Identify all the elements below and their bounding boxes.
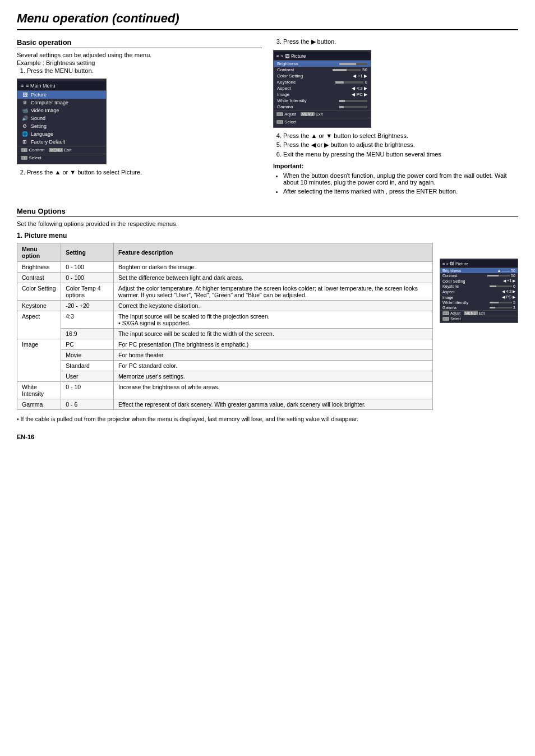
menu-item-factory-label: Factory Default — [31, 139, 65, 145]
basic-operation-heading: Basic operation — [17, 38, 262, 48]
col-setting: Setting — [61, 243, 114, 262]
side-pic-header: ≡ > 🖼 Picture — [440, 260, 518, 268]
menu-item-video-label: Video Image — [31, 108, 59, 113]
keystone-slider — [335, 81, 363, 84]
left-column: Basic operation Several settings can be … — [17, 38, 262, 197]
select-label: Select — [29, 155, 41, 160]
table-row: 16:9 The input source will be scaled to … — [17, 329, 433, 339]
setting-contrast: 0 - 100 — [61, 273, 114, 283]
step-1: Press the MENU button. — [27, 67, 262, 74]
spic-keystone-slider — [490, 285, 512, 287]
picture-menu-footer2: □□ Select — [274, 118, 371, 126]
menu-item-computer-label: Computer Image — [31, 100, 68, 105]
menu-item-factory: ⊞ Factory Default — [17, 138, 106, 146]
whiteintensity-value — [339, 100, 367, 102]
option-brightness: Brightness — [17, 262, 61, 273]
main-menu-footer2: □□ Select — [17, 154, 106, 162]
desc-whiteintensity: Increase the brightness of white areas. — [114, 382, 433, 399]
option-whiteintensity: White Intensity — [17, 382, 61, 399]
spic-select-label: Select — [450, 317, 460, 321]
pic-row-brightness: Brightness — [274, 61, 371, 67]
setting-aspect-43: 4:3 — [61, 311, 114, 329]
option-image: Image — [17, 339, 61, 382]
whiteintensity-label: White Intensity — [277, 98, 306, 103]
spic-exit-key: MENU — [464, 311, 478, 315]
computer-icon: 🖥 — [21, 100, 29, 105]
keystone-num: 0 — [365, 80, 367, 85]
page-title: Menu operation (continued) — [17, 11, 518, 30]
table-row: White Intensity 0 - 10 Increase the brig… — [17, 382, 433, 399]
image-label: Image — [277, 92, 289, 97]
table-row: Brightness 0 - 100 Brighten or darken th… — [17, 262, 433, 273]
image-num: ◀ PC ▶ — [352, 92, 367, 97]
colorsetting-value: ◀ +1 ▶ — [353, 73, 367, 79]
spic-row-image: Image ◀ PC ▶ — [440, 294, 518, 300]
spic-exit-label: Exit — [478, 311, 485, 315]
setting-brightness: 0 - 100 — [61, 262, 114, 273]
important-bullet-1: When the button doesn't function, unplug… — [283, 172, 518, 186]
exit-btn: MENU Exit — [49, 147, 71, 153]
setting-icon: ⚙ — [21, 123, 29, 129]
spic-contrast-label: Contrast — [442, 274, 457, 278]
spic-keystone-num: 0 — [513, 284, 515, 288]
keystone-label: Keystone — [277, 80, 296, 85]
step-3: Press the ▶ button. — [283, 38, 518, 45]
setting-gamma: 0 - 6 — [61, 399, 114, 410]
right-column: Press the ▶ button. ≡ > 🖼 Picture Bright… — [273, 38, 518, 197]
table-row: Movie For home theater. — [17, 350, 433, 361]
col-menu-option: Menu option — [17, 243, 61, 262]
option-aspect: Aspect — [17, 311, 61, 339]
option-gamma: Gamma — [17, 399, 61, 410]
exit-label: Exit — [64, 147, 71, 153]
table-row: Color Setting Color Temp 4 options Adjus… — [17, 283, 433, 301]
menu-item-setting: ⚙ Setting — [17, 122, 106, 130]
options-table: Menu option Setting Feature description … — [17, 243, 433, 410]
desc-brightness: Brighten or darken the image. — [114, 262, 433, 273]
option-colorsetting: Color Setting — [17, 283, 61, 301]
image-value: ◀ PC ▶ — [352, 92, 367, 97]
confirm-btn: □□ Confirm — [21, 147, 44, 153]
brightness-slider — [339, 63, 367, 65]
spic-aspect-value: ◀ 4:3 ▶ — [502, 289, 515, 294]
select-btn: □□ Select — [21, 155, 41, 160]
aspect-value: ◀ 4:3 ▶ — [352, 86, 367, 91]
spic-gamma-slider — [490, 307, 512, 308]
menu-item-language-label: Language — [31, 131, 53, 137]
main-menu-footer: □□ Confirm MENU Exit — [17, 146, 106, 154]
footer-note: • If the cable is pulled out from the pr… — [17, 416, 518, 422]
setting-aspect-169: 16:9 — [61, 329, 114, 339]
whiteintensity-slider — [339, 100, 367, 102]
table-row: Image PC For PC presentation (The bright… — [17, 339, 433, 350]
desc-image-pc: For PC presentation (The brightness is e… — [114, 339, 433, 350]
pic-adjust-key: □□ — [276, 112, 283, 116]
contrast-value: 50 — [333, 67, 367, 72]
picture-menu-step3: ≡ > 🖼 Picture Brightness Contrast 50 Col… — [273, 50, 371, 128]
setting-colorsetting: Color Temp 4 options — [61, 283, 114, 301]
spic-row-colorsetting: Color Setting ◀ +1 ▶ — [440, 278, 518, 284]
setting-whiteintensity: 0 - 10 — [61, 382, 114, 399]
spic-row-aspect: Aspect ◀ 4:3 ▶ — [440, 289, 518, 294]
factory-icon: ⊞ — [21, 139, 29, 145]
aspect-num: ◀ 4:3 ▶ — [352, 86, 367, 91]
desc-gamma: Effect the represent of dark scenery. Wi… — [114, 399, 433, 410]
pic-select-label: Select — [285, 119, 297, 125]
pic-row-image: Image ◀ PC ▶ — [274, 91, 371, 98]
menu-item-computer: 🖥 Computer Image — [17, 99, 106, 107]
menu-icon: ≡ — [21, 83, 24, 89]
important-bullet-2: After selecting the items marked with , … — [283, 188, 518, 195]
menu-options-heading: Menu Options — [17, 207, 518, 217]
option-contrast: Contrast — [17, 273, 61, 283]
pic-adjust-btn: □□ Adjust — [276, 112, 296, 117]
pic-select-btn: □□ Select — [276, 119, 296, 125]
pic-select-key: □□ — [276, 120, 283, 124]
confirm-label: Confirm — [29, 147, 44, 153]
desc-aspect-43: The input source will be scaled to fit t… — [114, 311, 433, 329]
spic-keystone-label: Keystone — [442, 284, 459, 288]
menu-item-picture: 🖼 Picture — [17, 91, 106, 99]
pic-exit-label: Exit — [316, 112, 323, 117]
spic-contrast-num: 50 — [511, 274, 515, 278]
video-icon: 📹 — [21, 108, 29, 113]
pic-row-keystone: Keystone 0 — [274, 79, 371, 85]
pic-row-contrast: Contrast 50 — [274, 67, 371, 73]
step-2: Press the ▲ or ▼ button to select Pictur… — [27, 169, 262, 176]
